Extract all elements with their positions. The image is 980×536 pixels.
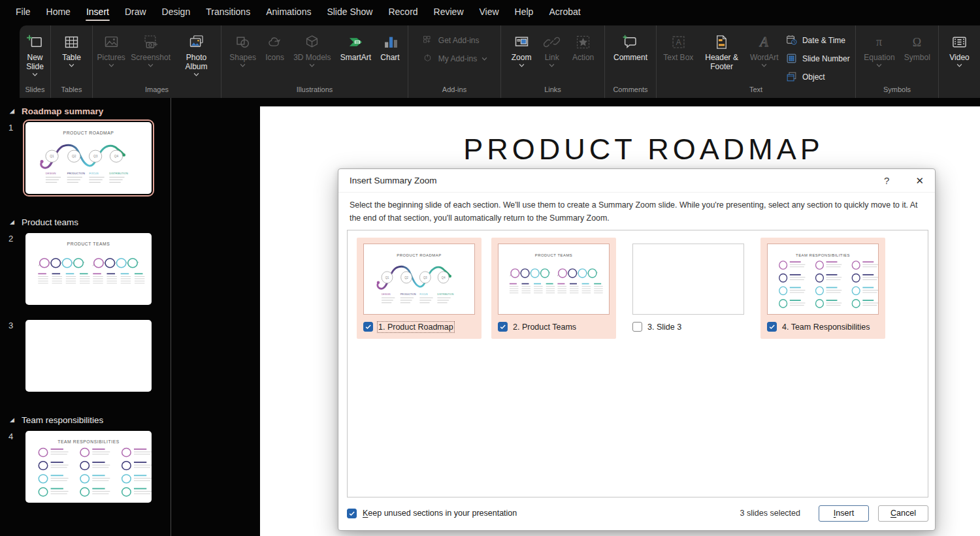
svg-text:A: A xyxy=(676,38,681,47)
slide-1-thumbnail[interactable]: PRODUCT ROADMAP Q1 Q2 Q3 Q4DESIGNPRODUCT… xyxy=(25,122,152,194)
section-card-label[interactable]: 2. Product Teams xyxy=(513,323,576,332)
ribbon-group-label: Text xyxy=(657,84,855,98)
header-footer-button[interactable]: Header & Footer xyxy=(700,30,743,72)
chart-button[interactable]: Chart xyxy=(379,30,400,63)
section-card-2[interactable]: PRODUCT TEAMS 2. Product Teams xyxy=(491,238,616,339)
shapes-icon xyxy=(234,31,252,52)
section-checkbox[interactable] xyxy=(767,322,777,332)
slide-number-button[interactable]: Slide Number xyxy=(785,52,850,65)
pictures-button: Pictures xyxy=(95,30,126,68)
menu-file[interactable]: File xyxy=(8,1,39,23)
section-card-4[interactable]: TEAM RESPONSIBILITIES 4. Team Responsibi… xyxy=(760,238,885,339)
photo-album-button[interactable]: Photo Album xyxy=(175,30,218,77)
cancel-button[interactable]: Cancel xyxy=(878,505,928,522)
get-add-ins-button: Get Add-ins xyxy=(421,34,480,46)
smartart-button[interactable]: SmartArt xyxy=(339,30,372,63)
video-icon xyxy=(951,31,968,52)
svg-text:Q4: Q4 xyxy=(442,276,446,279)
help-icon[interactable]: ? xyxy=(884,175,889,186)
menu-review[interactable]: Review xyxy=(426,1,472,23)
slide-4-thumbnail[interactable]: TEAM RESPONSIBILITIES xyxy=(25,431,152,503)
new-slide-button[interactable]: New Slide xyxy=(20,30,50,77)
section-checkbox[interactable] xyxy=(498,322,508,332)
dialog-footer: Keep unused sections in your presentatio… xyxy=(347,505,928,522)
equation-button: π Equation xyxy=(862,30,896,68)
slide-number: 1 xyxy=(0,122,25,194)
get-addins-icon xyxy=(421,34,434,46)
menu-draw[interactable]: Draw xyxy=(117,1,154,23)
section-card-label[interactable]: 3. Slide 3 xyxy=(647,323,681,332)
slide-4-row: 4 TEAM RESPONSIBILITIES xyxy=(0,431,171,503)
action-button: Action xyxy=(571,30,595,63)
screenshot-button: Screenshot xyxy=(129,30,172,68)
menu-help[interactable]: Help xyxy=(507,1,542,23)
ribbon-panel: New SlideSlides TableTables Pictures Scr… xyxy=(20,25,980,98)
slide-3-thumbnail[interactable] xyxy=(25,320,152,392)
ribbon-group-label xyxy=(939,84,980,98)
section-card-thumbnail[interactable]: TEAM RESPONSIBILITIES xyxy=(767,244,879,315)
menu-transitions[interactable]: Transitions xyxy=(198,1,258,23)
symbol-icon: Ω xyxy=(908,31,926,52)
new-slide-icon xyxy=(26,31,44,52)
section-card-label[interactable]: 1. Product Roadmap xyxy=(378,323,453,332)
close-icon[interactable]: ✕ xyxy=(915,175,924,187)
section-card-label[interactable]: 4. Team Responsibilities xyxy=(782,323,870,332)
svg-text:Q2: Q2 xyxy=(404,276,408,279)
insert-button[interactable]: Insert xyxy=(819,505,869,522)
ribbon-group-label: Comments xyxy=(605,84,656,98)
section-header-roadmap-summary[interactable]: ◢Roadmap summary xyxy=(0,98,171,122)
zoom-button[interactable]: Zoom xyxy=(510,30,533,68)
ribbon-group-images: Pictures Screenshot Photo AlbumImages xyxy=(93,25,221,98)
keep-sections-option[interactable]: Keep unused sections in your presentatio… xyxy=(347,509,517,518)
comment-button[interactable]: Comment xyxy=(612,30,649,63)
section-card-thumbnail[interactable] xyxy=(632,244,744,315)
slide-number: 2 xyxy=(0,233,25,305)
ribbon-group-text: A Text Box Header & FooterA WordArtDate … xyxy=(657,25,856,98)
insert-summary-zoom-dialog: Insert Summary Zoom ? ✕ Select the begin… xyxy=(338,168,936,531)
section-card-thumbnail[interactable]: PRODUCT TEAMS xyxy=(498,244,610,315)
slide-2-thumbnail[interactable]: PRODUCT TEAMS xyxy=(25,233,152,305)
menu-design[interactable]: Design xyxy=(154,1,199,23)
svg-text:PRODUCTION: PRODUCTION xyxy=(400,292,416,295)
object-button[interactable]: Object xyxy=(785,71,825,83)
text-box-button: A Text Box xyxy=(662,30,694,63)
menu-acrobat[interactable]: Acrobat xyxy=(541,1,588,23)
wordart-button: A WordArt xyxy=(749,30,780,68)
link-icon xyxy=(543,31,561,52)
section-header-team-responsibilities[interactable]: ◢Team responsibilities xyxy=(0,407,171,431)
svg-text:DESIGN: DESIGN xyxy=(382,292,391,295)
table-icon xyxy=(63,31,80,52)
section-card-1[interactable]: PRODUCT ROADMAP Q1 Q2 Q3 Q4DESIGNPRODUCT… xyxy=(357,238,482,339)
slide-thumbnail-panel: ◢Roadmap summary1 PRODUCT ROADMAP Q1 Q2 … xyxy=(0,98,171,536)
ribbon-group-label: Slides xyxy=(20,84,50,98)
svg-text:Q3: Q3 xyxy=(93,155,98,158)
dialog-title: Insert Summary Zoom xyxy=(350,176,884,185)
video-button[interactable]: Video xyxy=(948,30,970,68)
3d-models-button: 3D Models xyxy=(292,30,332,68)
menu-bar: FileHomeInsertDrawDesignTransitionsAnima… xyxy=(0,0,980,24)
menu-view[interactable]: View xyxy=(472,1,507,23)
menu-record[interactable]: Record xyxy=(380,1,425,23)
keep-sections-label: Keep unused sections in your presentatio… xyxy=(363,509,517,518)
section-card-3[interactable]: 3. Slide 3 xyxy=(626,238,751,339)
section-card-thumbnail[interactable]: PRODUCT ROADMAP Q1 Q2 Q3 Q4DESIGNPRODUCT… xyxy=(363,244,475,315)
section-checkbox[interactable] xyxy=(363,322,373,332)
wordart-icon: A xyxy=(755,31,773,52)
section-collapse-icon: ◢ xyxy=(10,417,14,423)
menu-animations[interactable]: Animations xyxy=(258,1,319,23)
section-header-product-teams[interactable]: ◢Product teams xyxy=(0,209,171,233)
date-time-button[interactable]: Date & Time xyxy=(785,34,845,46)
ribbon-group-label: Symbols xyxy=(856,84,938,98)
keep-sections-checkbox[interactable] xyxy=(347,509,357,518)
menu-insert[interactable]: Insert xyxy=(78,1,117,23)
ribbon-group-illustrations: Shapes Icons 3D Models SmartArt ChartIll… xyxy=(221,25,408,98)
menu-home[interactable]: Home xyxy=(39,1,78,23)
object-icon xyxy=(785,71,798,83)
section-checkbox[interactable] xyxy=(632,322,642,332)
svg-text:TEAM RESPONSIBILITIES: TEAM RESPONSIBILITIES xyxy=(796,253,850,257)
table-button[interactable]: Table xyxy=(61,30,82,68)
svg-text:Q4: Q4 xyxy=(114,155,119,158)
menu-slide-show[interactable]: Slide Show xyxy=(319,1,380,23)
svg-text:Ω: Ω xyxy=(913,35,921,48)
svg-text:Q3: Q3 xyxy=(423,276,427,279)
